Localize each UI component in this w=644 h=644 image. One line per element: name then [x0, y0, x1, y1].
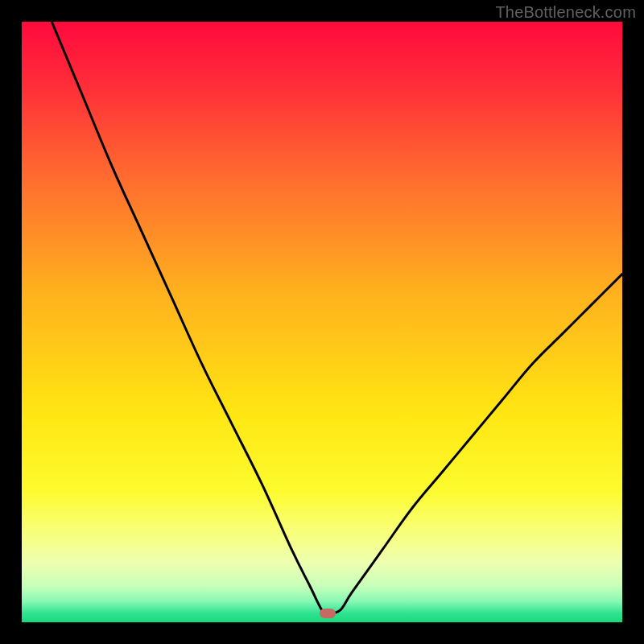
chart-svg — [22, 22, 622, 622]
watermark-text: TheBottleneck.com — [495, 3, 636, 22]
chart-container: TheBottleneck.com — [0, 0, 644, 644]
plot-area — [22, 22, 622, 622]
optimal-point-marker — [320, 609, 336, 618]
gradient-background — [22, 22, 622, 622]
